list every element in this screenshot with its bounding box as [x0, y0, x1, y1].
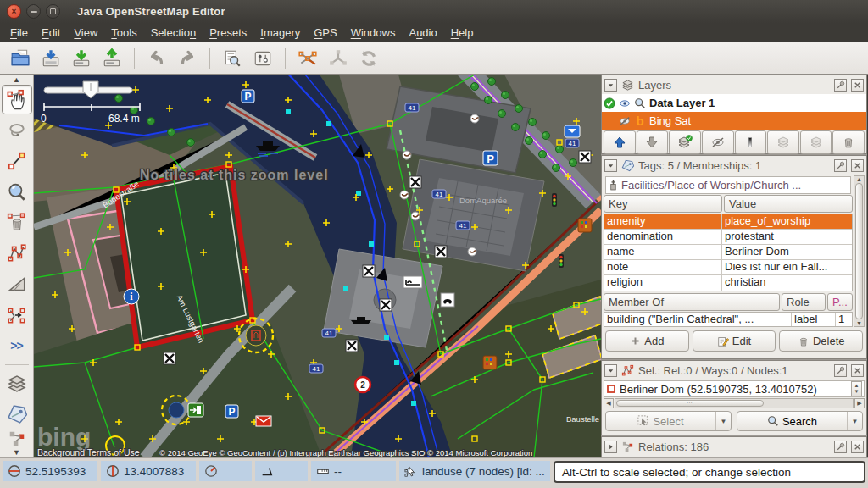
search-button[interactable] — [219, 46, 246, 71]
menu-gps[interactable]: GPS — [307, 25, 343, 41]
select-tool-button[interactable] — [2, 85, 32, 114]
preset-link[interactable]: Facilities/Place of Worship/Church ... — [605, 176, 851, 194]
zoom-tool-button[interactable] — [2, 177, 32, 206]
open-button[interactable] — [7, 46, 34, 71]
add-tag-button[interactable]: Add — [605, 330, 689, 352]
info-icon: i — [124, 289, 139, 304]
carpet-icon — [483, 356, 497, 369]
move-layer-up-button[interactable] — [604, 130, 636, 154]
undo-button[interactable] — [143, 46, 170, 71]
menu-selection[interactable]: Selection — [144, 25, 203, 41]
menu-help[interactable]: Help — [444, 25, 481, 41]
more-tools-button[interactable]: >> — [2, 331, 32, 360]
menu-imagery[interactable]: Imagery — [253, 25, 307, 41]
layer-visibility-icon[interactable] — [619, 115, 631, 127]
search-dropdown-caret[interactable]: ▼ — [847, 412, 862, 430]
tag-row[interactable]: amenityplace_of_worship — [604, 214, 852, 230]
combine-way-button[interactable] — [325, 46, 352, 71]
svg-text:41: 41 — [459, 222, 467, 230]
menu-audio[interactable]: Audio — [402, 25, 443, 41]
scroll-right-icon[interactable]: ▶ — [854, 398, 865, 408]
layer-visibility-icon[interactable] — [619, 97, 631, 109]
tags-dialog-button[interactable] — [2, 400, 32, 429]
search-button-panel[interactable]: Search ▼ — [737, 411, 863, 431]
stick-tags-button[interactable] — [834, 159, 847, 172]
relations-panel: Relations: 186 — [601, 436, 867, 458]
layer-row-data-layer[interactable]: Data Layer 1 — [602, 94, 866, 112]
delete-tool-button[interactable] — [2, 208, 32, 237]
angle-icon — [260, 464, 274, 478]
menu-tools[interactable]: Tools — [104, 25, 143, 41]
role-column-header[interactable]: Role — [782, 293, 826, 311]
car-rental-icon — [441, 293, 454, 307]
merge-layer-button[interactable] — [767, 130, 799, 154]
improve-way-tool-button[interactable] — [2, 239, 32, 268]
menu-file[interactable]: File — [3, 25, 35, 41]
scroll-left-icon[interactable]: ◀ — [604, 398, 614, 408]
key-column-header[interactable]: Key — [604, 195, 722, 213]
membership-row[interactable]: building ("Berlin Cathedral", ... label … — [604, 312, 853, 327]
member-of-column-header[interactable]: Member Of — [604, 293, 780, 311]
selection-spinner[interactable]: ▲▼ — [851, 381, 862, 396]
select-button[interactable]: Select ▼ — [605, 411, 732, 431]
layers-dialog-button[interactable] — [2, 369, 32, 398]
tag-table: amenityplace_of_worship denominationprot… — [604, 214, 853, 291]
stick-layers-button[interactable] — [834, 79, 847, 92]
close-layers-button[interactable] — [851, 79, 864, 92]
window-maximize-button[interactable] — [46, 4, 60, 19]
select-dropdown-caret[interactable]: ▼ — [715, 412, 731, 430]
close-selection-button[interactable] — [851, 364, 864, 377]
menu-presets[interactable]: Presets — [203, 25, 253, 41]
delete-layer-button[interactable] — [832, 130, 865, 154]
download-data-button[interactable] — [68, 46, 95, 71]
menu-windows[interactable]: Windows — [344, 25, 403, 41]
tag-row[interactable]: religionchristian — [604, 275, 852, 291]
stick-selection-button[interactable] — [834, 364, 847, 377]
duplicate-layer-button[interactable] — [800, 130, 832, 154]
selected-object-row[interactable]: Berliner Dom (52.5190735, 13.4010752) ▲▼ — [604, 380, 865, 397]
relations-dialog-button[interactable] — [2, 431, 32, 447]
window-close-button[interactable]: × — [7, 4, 21, 19]
delete-tag-button[interactable]: Delete — [779, 330, 863, 352]
move-layer-down-button[interactable] — [637, 130, 669, 154]
merge-nodes-tool-button[interactable] — [2, 300, 32, 329]
split-way-button[interactable] — [294, 46, 321, 71]
menu-edit[interactable]: Edit — [35, 25, 67, 41]
extrude-tool-button[interactable] — [2, 269, 32, 298]
preferences-button[interactable] — [249, 46, 276, 71]
terms-of-use-link[interactable]: Background Terms of Use — [37, 447, 140, 458]
position-column-header[interactable]: P... — [827, 293, 853, 311]
selected-area-lustgarten[interactable] — [116, 166, 253, 347]
close-tags-button[interactable] — [851, 159, 864, 172]
tools-scroll-up-icon[interactable]: ▲ — [0, 75, 33, 84]
tools-scroll-down-icon[interactable]: ▼ — [0, 448, 33, 458]
value-column-header[interactable]: Value — [724, 195, 853, 213]
expand-relations-button[interactable] — [604, 441, 617, 453]
upload-data-button[interactable] — [98, 46, 125, 71]
redo-button[interactable] — [174, 46, 201, 71]
window-minimize-button[interactable] — [26, 4, 41, 19]
close-relations-button[interactable] — [851, 441, 864, 453]
draw-nodes-tool-button[interactable] — [2, 147, 32, 175]
toolbar-separator — [134, 48, 135, 69]
layer-row-bing-sat[interactable]: b Bing Sat — [602, 112, 866, 130]
edit-tag-button[interactable]: Edit — [693, 330, 776, 352]
show-hide-layer-button[interactable] — [702, 130, 734, 154]
distance-field: -- — [311, 461, 396, 481]
collapse-layers-button[interactable] — [604, 79, 617, 92]
menu-view[interactable]: View — [67, 25, 104, 41]
stick-relations-button[interactable] — [834, 441, 847, 453]
map-canvas[interactable]: P P P 41 41 41 41 41 41 2 — [34, 75, 601, 458]
layer-opacity-button[interactable] — [735, 130, 767, 154]
tag-row[interactable]: noteDies ist nur ein Fall... — [604, 260, 852, 275]
update-data-button[interactable] — [355, 46, 382, 71]
tag-row[interactable]: nameBerliner Dom — [604, 245, 852, 260]
selection-hscrollbar[interactable]: ◀ ⋯ ▶ — [604, 398, 865, 408]
activate-layer-button[interactable] — [669, 130, 701, 154]
lasso-tool-button[interactable] — [2, 116, 32, 145]
tag-row[interactable]: denominationprotestant — [604, 230, 852, 245]
collapse-selection-button[interactable] — [604, 364, 617, 377]
save-button[interactable] — [37, 46, 64, 71]
tags-scrollbar[interactable]: ▲ ▼ — [854, 175, 865, 327]
collapse-tags-button[interactable] — [604, 159, 617, 172]
